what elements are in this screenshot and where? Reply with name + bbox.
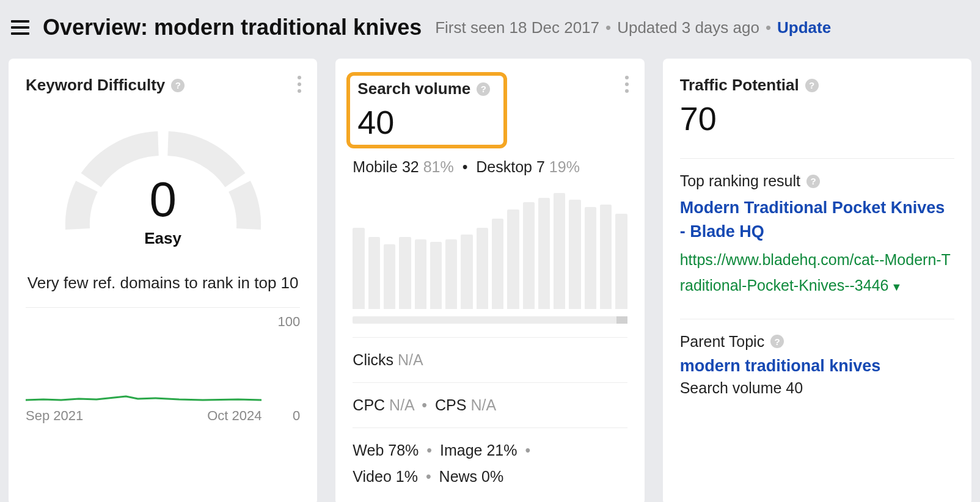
divider [26, 307, 300, 308]
help-icon[interactable]: ? [477, 82, 490, 96]
sv-trend-chart [353, 193, 627, 309]
sv-progress-bar [353, 316, 627, 324]
kebab-menu-icon[interactable] [625, 76, 629, 93]
divider [353, 427, 627, 428]
kd-gauge: 0 Easy [53, 113, 273, 247]
tp-title: Traffic Potential [680, 76, 799, 95]
help-icon[interactable]: ? [806, 175, 820, 188]
caret-down-icon[interactable]: ▼ [891, 278, 902, 297]
sv-title: Search volume [357, 79, 470, 98]
help-icon[interactable]: ? [770, 335, 784, 348]
search-volume-card: Search volume ? 40 Mobile 32 81% • Deskt… [335, 59, 644, 502]
separator-dot: • [766, 18, 771, 37]
page-header: Overview: modern traditional knives Firs… [0, 0, 980, 55]
platform-breakdown: Mobile 32 81% • Desktop 7 19% [353, 158, 627, 176]
kd-title: Keyword Difficulty [26, 76, 165, 95]
kd-description: Very few ref. domains to rank in top 10 [26, 272, 300, 294]
x-start-label: Sep 2021 [26, 408, 83, 424]
divider [680, 158, 954, 159]
divider [353, 382, 627, 383]
separator-dot: • [605, 18, 611, 37]
updated-label: Updated 3 days ago [617, 18, 759, 37]
y-min-label: 0 [293, 408, 300, 424]
update-button[interactable]: Update [777, 18, 831, 37]
help-icon[interactable]: ? [171, 79, 185, 92]
menu-icon[interactable] [11, 20, 29, 35]
kd-history-chart: 100 0 Sep 2021 Oct 2024 [26, 314, 300, 424]
serp-features-row-1: Web 78% • Image 21% • [353, 442, 627, 459]
kd-value: 0 [53, 172, 273, 228]
help-icon[interactable]: ? [805, 79, 819, 92]
x-end-label: Oct 2024 [207, 408, 261, 424]
header-meta: First seen 18 Dec 2017 • Updated 3 days … [435, 18, 831, 37]
clicks-row: Clicks N/A [353, 351, 627, 369]
top-ranking-result-link[interactable]: Modern Traditional Pocket Knives - Blade… [680, 196, 954, 244]
kd-label: Easy [53, 229, 273, 248]
tp-value: 70 [680, 100, 954, 137]
keyword-difficulty-card: Keyword Difficulty ? 0 Easy Very few ref… [9, 59, 317, 502]
search-volume-highlight: Search volume ? 40 [346, 72, 507, 148]
first-seen-label: First seen 18 Dec 2017 [435, 18, 599, 37]
serp-features-row-2: Video 1% • News 0% [353, 468, 627, 486]
y-max-label: 100 [278, 314, 301, 330]
parent-topic-sv: Search volume 40 [680, 379, 954, 397]
top-ranking-label: Top ranking result ? [680, 172, 954, 190]
sv-value: 40 [357, 103, 490, 141]
page-title: Overview: modern traditional knives [43, 15, 422, 40]
kebab-menu-icon[interactable] [298, 76, 301, 93]
divider [353, 337, 627, 338]
traffic-potential-card: Traffic Potential ? 70 Top ranking resul… [663, 59, 971, 502]
top-ranking-url[interactable]: https://www.bladehq.com/cat--Modern-Trad… [680, 247, 954, 298]
parent-topic-label: Parent Topic ? [680, 333, 954, 351]
cpc-cps-row: CPC N/A • CPS N/A [353, 396, 627, 414]
cards-row: Keyword Difficulty ? 0 Easy Very few ref… [0, 55, 980, 502]
parent-topic-link[interactable]: modern traditional knives [680, 357, 954, 376]
divider [680, 319, 954, 319]
